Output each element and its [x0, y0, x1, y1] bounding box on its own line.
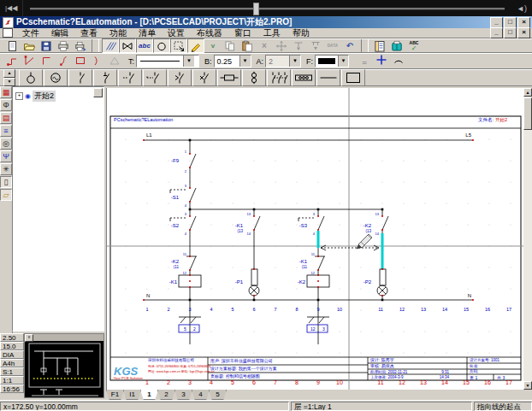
navigator-window[interactable]: x: [24, 333, 104, 398]
area-mode-button[interactable]: [170, 38, 187, 53]
motor-symbol-button[interactable]: [44, 69, 68, 86]
restore-button[interactable]: □: [504, 27, 517, 38]
contact-no-symbol-button[interactable]: [68, 69, 92, 86]
chevron-down-icon[interactable]: ▼: [239, 56, 251, 67]
chevron-down-icon[interactable]: ▼: [183, 56, 194, 67]
reference-down-button[interactable]: [290, 38, 307, 53]
snap-grid-button[interactable]: ▦: [0, 86, 12, 98]
page-tab-3[interactable]: 3: [174, 390, 192, 400]
contact-breaker-symbol-button[interactable]: [192, 69, 216, 86]
menu-item-6[interactable]: 布线器: [191, 28, 228, 38]
page-note-button[interactable]: ▱: [0, 189, 12, 201]
terminal-block-symbol-button[interactable]: [292, 69, 316, 86]
socket-symbol-button[interactable]: [242, 69, 266, 86]
schematic-canvas[interactable]: PCschematic?ELautomation文件名:开始2L1L5NN-F9…: [106, 88, 524, 390]
database-book-button[interactable]: ▤: [0, 112, 12, 124]
close-button[interactable]: ×: [517, 27, 530, 38]
page-tab-5[interactable]: 5: [209, 390, 227, 400]
signal-lamp-symbol-button[interactable]: [19, 69, 43, 86]
coil-symbol-button[interactable]: [217, 69, 241, 86]
open-button[interactable]: [21, 38, 38, 53]
delete-button[interactable]: ×: [256, 38, 273, 53]
color-combo[interactable]: ▼: [315, 55, 349, 68]
parallel-lines-button[interactable]: =: [356, 56, 373, 70]
copy-button[interactable]: [222, 38, 239, 53]
menu-item-8[interactable]: 工具: [257, 28, 287, 38]
skip-start-button[interactable]: |◀◀: [0, 2, 23, 15]
reference-up-button[interactable]: [307, 38, 324, 53]
three-pole-contact-symbol-button[interactable]: [267, 69, 291, 86]
menu-item-7[interactable]: 窗口: [228, 28, 257, 38]
ok-button[interactable]: v: [204, 38, 222, 53]
fill-tool-button[interactable]: [106, 54, 123, 68]
circle-mode-button[interactable]: [153, 38, 170, 53]
spinner-up-icon[interactable]: ▲: [3, 69, 15, 78]
page-doc-button[interactable]: ▯: [0, 176, 12, 188]
menu-item-3[interactable]: 功能: [103, 28, 133, 38]
settings-gear-button[interactable]: ✳: [0, 163, 12, 175]
conducting-line-button[interactable]: [373, 52, 390, 67]
menu-item-1[interactable]: 编辑: [45, 28, 74, 38]
tree-expand-icon[interactable]: +: [15, 92, 23, 100]
menu-item-4[interactable]: 清单: [133, 28, 162, 38]
vertical-scrollbar[interactable]: ▲ ▼: [523, 88, 532, 390]
symbols-mode-button[interactable]: [119, 38, 136, 53]
reference-pin-button[interactable]: Ψ: [0, 150, 12, 162]
draw-pencil-button[interactable]: [187, 38, 204, 53]
center-object-button[interactable]: Φ: [0, 99, 12, 111]
menu-item-5[interactable]: 设置: [162, 28, 191, 38]
corner-tool-button[interactable]: [38, 54, 55, 68]
scroll-thumb[interactable]: [523, 97, 532, 130]
close-button[interactable]: ×: [517, 17, 530, 28]
menu-item-0[interactable]: 文件: [16, 28, 45, 38]
save-button[interactable]: [38, 38, 55, 53]
menu-item-9[interactable]: 帮助: [287, 28, 316, 38]
page-tab-I1[interactable]: I1: [123, 390, 141, 400]
angle-combo[interactable]: 2 ▼: [265, 55, 301, 68]
undo-button[interactable]: ↶: [341, 38, 358, 53]
zoom-page-button[interactable]: ◎: [0, 138, 12, 150]
curve-tool-button[interactable]: [55, 54, 72, 68]
contact-nc-symbol-button[interactable]: [93, 69, 117, 86]
scroll-up-icon[interactable]: ▲: [523, 88, 532, 97]
panel-close-button[interactable]: [93, 88, 103, 97]
box-symbol-button[interactable]: [341, 69, 365, 86]
contact-limit-symbol-button[interactable]: [168, 69, 192, 86]
menu-item-2[interactable]: 查看: [74, 28, 103, 38]
line-symbol-button[interactable]: [316, 69, 340, 86]
line-type-combo[interactable]: ▼: [136, 55, 199, 68]
page-tab-2[interactable]: 2: [157, 390, 175, 400]
minimize-button[interactable]: _: [490, 27, 503, 38]
new-button[interactable]: [3, 38, 21, 53]
polyline-tool-button[interactable]: [3, 54, 21, 68]
move-button[interactable]: [273, 38, 290, 53]
lines-mode-button[interactable]: [102, 38, 119, 53]
line-width-combo[interactable]: 0.25 ▼: [214, 55, 251, 68]
minimize-button[interactable]: _: [490, 17, 503, 28]
media-slider-thumb[interactable]: [253, 3, 259, 15]
spellcheck-button[interactable]: ABC✓: [405, 38, 423, 53]
contact-pushbutton-symbol-button[interactable]: [143, 69, 167, 86]
chevron-down-icon[interactable]: ▼: [338, 56, 348, 67]
rectangle-tool-button[interactable]: [72, 54, 89, 68]
restore-button[interactable]: □: [504, 17, 517, 28]
paste-button[interactable]: [239, 38, 256, 53]
text-mode-button[interactable]: abc: [136, 38, 153, 53]
close-icon[interactable]: x: [25, 334, 33, 342]
speaker-icon[interactable]: ◄): [511, 4, 532, 13]
arc-tool-button[interactable]: [89, 54, 106, 68]
page-tab-1[interactable]: 1: [140, 390, 158, 400]
database-button[interactable]: [388, 38, 405, 53]
page-tab-4[interactable]: 4: [192, 390, 210, 400]
media-slider-track[interactable]: [30, 8, 505, 10]
spinner-down-icon[interactable]: ▼: [3, 78, 15, 86]
arc-segment-button[interactable]: [390, 52, 407, 67]
net-list-button[interactable]: ≡: [0, 125, 12, 137]
symbol-spinner[interactable]: ▲ ▼: [3, 69, 15, 86]
media-slider[interactable]: [30, 2, 505, 15]
tree-item-project[interactable]: + ◉ 开始2: [15, 91, 103, 102]
navigator-titlebar[interactable]: x: [25, 334, 103, 341]
object-lister-button[interactable]: [371, 38, 388, 53]
contact-operated-symbol-button[interactable]: [118, 69, 142, 86]
chevron-down-icon[interactable]: ▼: [289, 56, 300, 67]
